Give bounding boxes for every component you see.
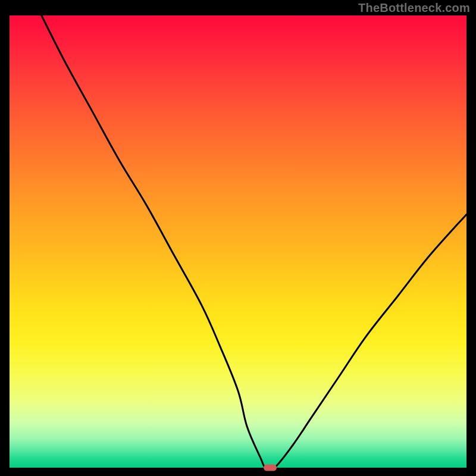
chart-frame: TheBottleneck.com [0,0,476,476]
plot-area [10,15,466,468]
optimal-point-marker [264,465,277,471]
bottleneck-curve [10,15,466,468]
watermark-text: TheBottleneck.com [358,1,470,15]
